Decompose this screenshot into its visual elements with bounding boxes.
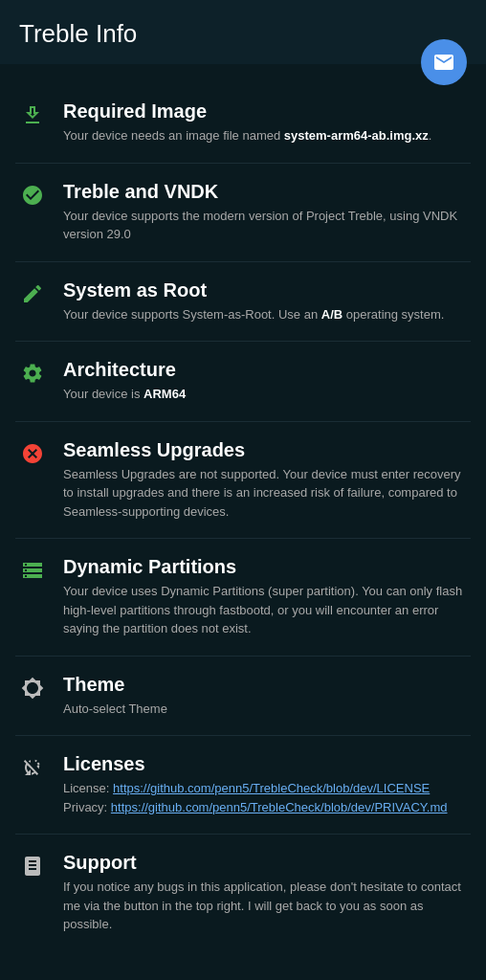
seamless-upgrades-text: Seamless Upgrades Seamless Upgrades are … [63, 439, 471, 522]
treble-vndk-title: Treble and VNDK [63, 181, 471, 203]
architecture-desc: Your device is ARM64 [63, 385, 471, 404]
edit-icon [21, 282, 44, 305]
sync-disabled-icon-wrap [15, 756, 50, 779]
cancel-icon [21, 442, 44, 465]
section-treble-vndk: Treble and VNDK Your device supports the… [15, 164, 471, 262]
support-text: Support If you notice any bugs in this a… [63, 852, 471, 934]
check-circle-icon [21, 184, 44, 207]
page-title: Treble Info [19, 19, 137, 48]
book-icon [21, 855, 44, 878]
section-support: Support If you notice any bugs in this a… [15, 835, 471, 951]
required-image-desc: Your device needs an image file named sy… [63, 126, 471, 145]
check-circle-icon-wrap [15, 184, 50, 207]
treble-vndk-text: Treble and VNDK Your device supports the… [63, 181, 471, 244]
section-system-as-root: System as Root Your device supports Syst… [15, 262, 471, 343]
dynamic-partitions-text: Dynamic Partitions Your device uses Dyna… [63, 556, 471, 638]
required-image-text: Required Image Your device needs an imag… [63, 100, 471, 145]
email-fab-button[interactable] [421, 39, 467, 85]
brightness-icon-wrap [15, 677, 50, 700]
section-licenses: Licenses License: https://github.com/pen… [15, 736, 471, 835]
section-architecture: Architecture Your device is ARM64 [15, 342, 471, 422]
architecture-title: Architecture [63, 359, 471, 381]
gear-icon [21, 362, 44, 385]
required-image-title: Required Image [63, 100, 471, 122]
system-as-root-desc: Your device supports System-as-Root. Use… [63, 305, 471, 324]
theme-text: Theme Auto-select Theme [63, 674, 471, 719]
dynamic-partitions-title: Dynamic Partitions [63, 556, 471, 578]
storage-icon [21, 559, 44, 582]
book-icon-wrap [15, 855, 50, 878]
licenses-desc: License: https://github.com/penn5/Treble… [63, 779, 471, 816]
treble-vndk-desc: Your device supports the modern version … [63, 207, 471, 244]
sync-disabled-icon [21, 756, 44, 779]
section-seamless-upgrades: Seamless Upgrades Seamless Upgrades are … [15, 422, 471, 540]
section-dynamic-partitions: Dynamic Partitions Your device uses Dyna… [15, 539, 471, 657]
support-title: Support [63, 852, 471, 874]
download-icon [21, 103, 44, 126]
license-link[interactable]: https://github.com/penn5/TrebleCheck/blo… [113, 781, 430, 795]
email-icon [432, 51, 455, 74]
brightness-icon [21, 677, 44, 700]
cancel-icon-wrap [15, 442, 50, 465]
system-as-root-title: System as Root [63, 279, 471, 301]
section-required-image: Required Image Your device needs an imag… [15, 83, 471, 164]
licenses-title: Licenses [63, 753, 471, 775]
theme-title: Theme [63, 674, 471, 696]
theme-desc: Auto-select Theme [63, 700, 471, 719]
seamless-upgrades-desc: Seamless Upgrades are not supported. You… [63, 465, 471, 522]
system-as-root-text: System as Root Your device supports Syst… [63, 279, 471, 324]
edit-icon-wrap [15, 282, 50, 305]
support-desc: If you notice any bugs in this applicati… [63, 878, 471, 934]
gear-icon-wrap [15, 362, 50, 385]
header: Treble Info [0, 0, 486, 64]
architecture-text: Architecture Your device is ARM64 [63, 359, 471, 404]
licenses-text: Licenses License: https://github.com/pen… [63, 753, 471, 816]
dynamic-partitions-desc: Your device uses Dynamic Partitions (sup… [63, 582, 471, 638]
section-theme: Theme Auto-select Theme [15, 657, 471, 737]
download-icon-wrap [15, 103, 50, 126]
privacy-link[interactable]: https://github.com/penn5/TrebleCheck/blo… [111, 800, 448, 814]
main-content: Required Image Your device needs an imag… [0, 64, 486, 967]
storage-icon-wrap [15, 559, 50, 582]
seamless-upgrades-title: Seamless Upgrades [63, 439, 471, 461]
